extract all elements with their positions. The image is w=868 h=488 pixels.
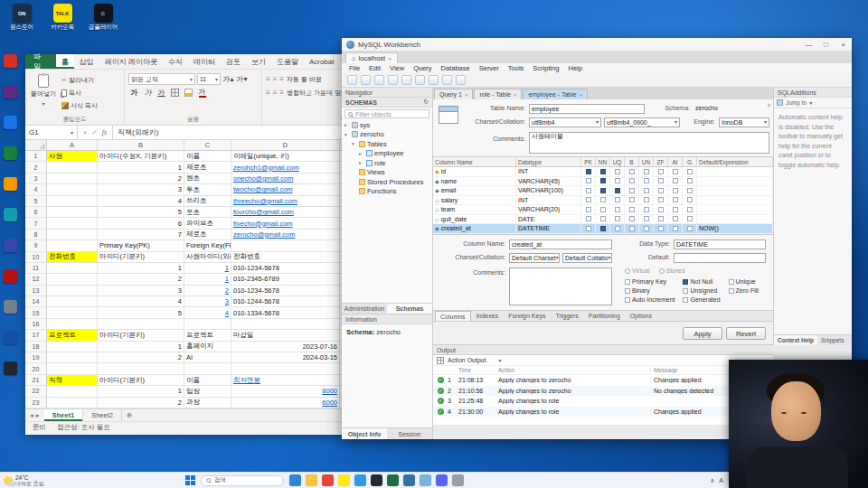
menu-server[interactable]: Server — [475, 64, 504, 72]
section-tab-options[interactable]: Options — [626, 311, 656, 321]
checkbox-primary-key[interactable]: Primary Key — [625, 278, 675, 285]
cell-B22[interactable]: 1 — [98, 386, 184, 397]
flag-cell-pk[interactable] — [581, 205, 596, 214]
desktop-side-icon-7[interactable] — [4, 269, 17, 283]
flag-cell-ai[interactable] — [668, 177, 683, 186]
close-icon[interactable]: × — [514, 92, 517, 98]
cell-D15[interactable]: 010-1334-5678 — [231, 307, 340, 318]
cell-A5[interactable] — [47, 196, 98, 207]
row-header-17[interactable]: 17 — [25, 330, 47, 341]
radio-virtual[interactable]: Virtual — [625, 267, 650, 274]
desktop-side-icon-0[interactable] — [4, 54, 17, 68]
column-header-C[interactable]: C — [184, 140, 231, 150]
cell-C15[interactable]: 4 — [184, 307, 231, 318]
checkbox-icon[interactable] — [658, 169, 664, 174]
cell-B12[interactable]: 2 — [98, 274, 184, 285]
tree-item-tables[interactable]: ▾Tables — [342, 139, 432, 149]
taskbar-search[interactable]: 검색 — [201, 475, 284, 486]
cell-D2[interactable]: zerohch1@gmail.com — [231, 162, 340, 173]
format-painter-button[interactable]: 서식 복사 — [61, 99, 98, 111]
row-header-11[interactable]: 11 — [25, 263, 47, 274]
name-box[interactable]: G1▾ — [25, 126, 78, 139]
row-header-5[interactable]: 5 — [25, 196, 47, 207]
flag-cell-g[interactable] — [683, 186, 697, 195]
checkbox-binary[interactable]: Binary — [625, 287, 675, 294]
cell-C2[interactable]: 제로초 — [184, 162, 231, 173]
excel-file-menu[interactable]: 파일 — [25, 54, 56, 69]
checkbox-icon[interactable] — [629, 178, 635, 183]
filter-objects-input[interactable]: Filter objects — [344, 109, 429, 118]
cell-A13[interactable] — [47, 286, 98, 296]
checkbox-icon[interactable] — [658, 207, 664, 212]
taskbar-app-mysql-workbench[interactable] — [403, 474, 415, 486]
checkbox-icon[interactable] — [629, 188, 635, 193]
checkbox-icon[interactable] — [586, 197, 591, 202]
flag-cell-uq[interactable] — [610, 186, 625, 195]
excel-ribbon-tab-5[interactable]: 검토 — [221, 54, 246, 69]
cell-B11[interactable]: 1 — [98, 263, 184, 274]
tree-item-employee[interactable]: ▸employee — [342, 149, 432, 159]
tray-item-1[interactable]: A — [719, 477, 723, 483]
cancel-button[interactable]: × — [83, 128, 87, 136]
checkbox-zero-fill[interactable]: Zero Fill — [729, 287, 759, 294]
section-tab-foreign-keys[interactable]: Foreign Keys — [504, 311, 550, 321]
checkbox-icon[interactable] — [586, 207, 591, 212]
cell-B1[interactable]: 아이디(수정X, 기본키) — [98, 151, 184, 162]
cell-A21[interactable]: 직책 — [47, 375, 98, 386]
checkbox-icon[interactable] — [673, 188, 678, 193]
toolbar-new-connection-icon[interactable] — [347, 75, 357, 85]
font-size-select[interactable]: 11▾ — [197, 73, 221, 85]
cell-D20[interactable] — [231, 363, 340, 374]
table-name-input[interactable]: employee — [529, 104, 645, 114]
align-bottom-icon[interactable]: ≡ — [279, 76, 284, 83]
checkbox-icon[interactable] — [615, 207, 620, 212]
cell-B7[interactable]: 6 — [98, 218, 184, 229]
row-header-12[interactable]: 12 — [25, 274, 47, 285]
cell-A3[interactable] — [47, 174, 98, 184]
cell-B10[interactable]: 아이디(기본키) — [98, 252, 184, 263]
add-sheet-button[interactable]: ⊕ — [122, 409, 137, 421]
desktop-side-icon-5[interactable] — [4, 208, 17, 221]
flag-cell-pk[interactable] — [581, 215, 596, 224]
flag-cell-ai[interactable] — [668, 215, 683, 224]
flag-cell-ai[interactable] — [668, 167, 683, 176]
cell-C23[interactable]: 과장 — [184, 398, 231, 408]
column-row-email[interactable]: ◆emailVARCHAR(100) — [433, 186, 773, 196]
cell-C9[interactable]: Foreign Key(FK) — [184, 240, 231, 251]
column-header-D[interactable]: D — [231, 140, 340, 150]
taskbar-app-kakaotalk[interactable] — [338, 474, 350, 486]
flag-cell-un[interactable] — [639, 205, 654, 214]
row-header-18[interactable]: 18 — [25, 342, 47, 352]
editor-tab-0[interactable]: Query 1× — [434, 89, 473, 99]
cell-B3[interactable]: 2 — [98, 174, 184, 184]
section-tab-triggers[interactable]: Triggers — [551, 311, 582, 321]
enter-button[interactable]: ✓ — [91, 128, 97, 136]
checkbox-icon[interactable] — [615, 169, 620, 174]
checkbox-icon[interactable] — [673, 207, 678, 212]
cell-C13[interactable]: 2 — [184, 286, 231, 296]
cell-A9[interactable] — [47, 240, 98, 251]
cell-D5[interactable]: threecho@gmail.com — [231, 196, 340, 207]
footer-tab-session[interactable]: Session — [387, 428, 432, 439]
desktop-side-icon-1[interactable] — [4, 85, 17, 99]
cell-C20[interactable] — [184, 363, 231, 374]
cell-C5[interactable]: 쓰리초 — [184, 196, 231, 207]
cell-A2[interactable] — [47, 162, 98, 173]
flag-cell-pk[interactable] — [581, 186, 596, 195]
column-header-B[interactable]: B — [98, 140, 184, 150]
output-row-2[interactable]: ✓221:10:56Apply changes to zerochoNo cha… — [433, 386, 773, 397]
cell-A10[interactable]: 전화번호 — [47, 252, 98, 263]
taskbar-app-excel[interactable] — [387, 474, 399, 486]
cell-B9[interactable]: Primary Key(PK) — [98, 240, 184, 251]
checkbox-icon[interactable] — [586, 226, 591, 231]
cell-D8[interactable]: zerocho@gmail.com — [231, 230, 340, 240]
tree-item-views[interactable]: Views — [342, 168, 432, 178]
checkbox-icon[interactable] — [658, 188, 664, 193]
system-tray[interactable]: ∧A — [710, 473, 723, 488]
cell-D21[interactable]: 최저연봉 — [231, 375, 340, 386]
decrease-font-button[interactable]: 가▾ — [236, 73, 248, 85]
checkbox-icon[interactable] — [629, 197, 635, 202]
cell-D11[interactable]: 010-1234-5678 — [231, 263, 340, 274]
toolbar-open-script-icon[interactable] — [374, 75, 384, 85]
table-charset-select[interactable]: utf8mb4▾ — [529, 117, 601, 127]
